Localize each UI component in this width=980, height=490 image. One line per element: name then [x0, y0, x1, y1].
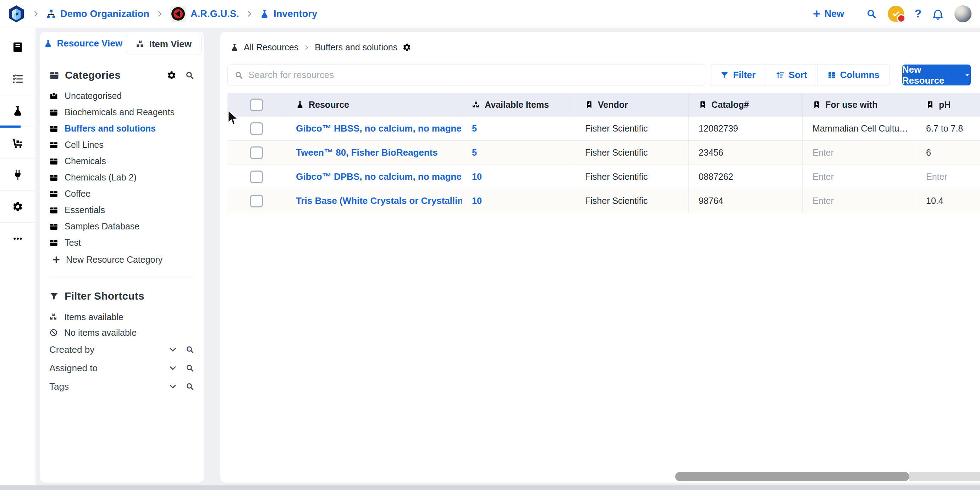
search-icon[interactable]	[866, 8, 877, 19]
search-icon[interactable]	[185, 71, 194, 80]
horizontal-scrollbar-track[interactable]	[909, 472, 980, 481]
vendor-cell[interactable]: Fisher Scientific	[585, 171, 648, 182]
category-item-samples-database[interactable]: Samples Database	[49, 218, 194, 235]
column-header-available-items[interactable]: Available Items	[462, 93, 575, 117]
ph-cell[interactable]: 10.4	[926, 196, 943, 206]
rail-item-more[interactable]	[0, 223, 35, 255]
rail-item-protocols[interactable]	[0, 63, 35, 95]
box-icon	[49, 206, 58, 214]
bottom-strip	[0, 485, 980, 490]
caret-down-icon[interactable]	[964, 71, 971, 79]
catalog-cell[interactable]: 0887262	[698, 171, 733, 182]
chevron-down-icon[interactable]	[168, 382, 177, 391]
breadcrumb-all-resources[interactable]: All Resources	[244, 42, 298, 52]
category-settings-gear-icon[interactable]	[402, 43, 411, 52]
category-item-biochemicals[interactable]: Biochemicals and Reagents	[49, 104, 194, 120]
column-header-catalog[interactable]: Catalog#	[689, 93, 803, 117]
column-header-for-use-with[interactable]: For use with	[803, 93, 916, 117]
resource-search[interactable]	[228, 65, 705, 86]
category-item-coffee[interactable]: Coffee	[49, 186, 194, 202]
filter-group-created-by[interactable]: Created by	[49, 340, 194, 359]
available-items-link[interactable]: 5	[472, 124, 477, 134]
for-use-with-cell[interactable]: Enter	[813, 171, 834, 182]
chevron-down-icon[interactable]	[168, 345, 177, 354]
tab-item-view[interactable]: Item View	[126, 33, 202, 55]
ph-cell[interactable]: 6.7 to 7.8	[926, 124, 963, 134]
filter-group-tags[interactable]: Tags	[49, 377, 194, 396]
resource-link[interactable]: Gibco™ HBSS, no calcium, no magnesi…	[296, 123, 461, 134]
resource-link[interactable]: Tris Base (White Crystals or Crystallin…	[296, 195, 461, 206]
resources-breadcrumb: All Resources Buffers and solutions	[230, 42, 411, 52]
category-item-chemicals-lab2[interactable]: Chemicals (Lab 2)	[49, 169, 194, 186]
available-items-link[interactable]: 5	[472, 147, 477, 158]
catalog-cell[interactable]: 23456	[698, 147, 724, 158]
breadcrumb-separator-icon	[32, 10, 40, 18]
rail-item-supplies[interactable]	[0, 127, 35, 159]
rail-item-settings[interactable]	[0, 191, 35, 223]
available-items-link[interactable]: 10	[472, 196, 482, 206]
resource-link[interactable]: Gibco™ DPBS, no calcium, no magnesi…	[296, 171, 461, 182]
flask-icon	[260, 9, 269, 19]
column-header-vendor[interactable]: Vendor	[575, 93, 689, 117]
filter-button[interactable]: Filter	[710, 65, 766, 85]
app-logo[interactable]	[7, 5, 25, 23]
select-all-checkbox[interactable]	[250, 98, 263, 111]
help-button[interactable]: ?	[915, 8, 921, 20]
category-label: Essentials	[65, 205, 105, 215]
for-use-with-cell[interactable]: Mammalian Cell Cultu…	[813, 124, 908, 134]
available-items-link[interactable]: 10	[472, 171, 482, 182]
row-checkbox[interactable]	[250, 122, 263, 135]
vendor-cell[interactable]: Fisher Scientific	[585, 124, 648, 134]
filter-items-available[interactable]: Items available	[49, 309, 194, 325]
rail-item-integrations[interactable]	[0, 159, 35, 191]
user-avatar[interactable]	[955, 5, 972, 22]
category-label: Samples Database	[65, 221, 140, 232]
breadcrumb-team[interactable]: A.R.G.U.S.	[170, 6, 239, 22]
sort-button[interactable]: Sort	[766, 65, 817, 85]
gear-icon[interactable]	[167, 71, 177, 80]
new-resource-category-button[interactable]: New Resource Category	[49, 251, 194, 268]
box-icon	[49, 140, 58, 149]
boxes-icon	[472, 101, 480, 109]
breadcrumb-organization[interactable]: Demo Organization	[46, 8, 150, 19]
catalog-cell[interactable]: 12082739	[698, 124, 738, 134]
rail-item-journal[interactable]	[0, 31, 35, 63]
category-item-test[interactable]: Test	[49, 235, 194, 251]
ph-cell[interactable]: 6	[926, 147, 931, 158]
columns-button[interactable]: Columns	[817, 65, 889, 85]
tab-resource-view[interactable]: Resource View	[40, 32, 126, 55]
row-checkbox[interactable]	[250, 195, 263, 208]
for-use-with-cell[interactable]: Enter	[813, 147, 834, 158]
category-item-uncategorised[interactable]: Uncategorised	[49, 87, 194, 104]
row-checkbox[interactable]	[250, 146, 263, 159]
search-icon[interactable]	[185, 345, 194, 354]
category-item-essentials[interactable]: Essentials	[49, 202, 194, 218]
catalog-cell[interactable]: 98764	[698, 196, 724, 206]
global-new-button[interactable]: New	[813, 8, 845, 19]
chevron-down-icon[interactable]	[168, 363, 177, 373]
resource-search-input[interactable]	[248, 70, 698, 81]
row-checkbox[interactable]	[250, 171, 263, 183]
category-item-buffers-and-solutions[interactable]: Buffers and solutions	[49, 120, 194, 136]
filter-group-assigned-to[interactable]: Assigned to	[49, 359, 194, 377]
resource-link[interactable]: Tween™ 80, Fisher BioReagents	[296, 147, 438, 158]
tasks-status-badge[interactable]	[888, 6, 904, 22]
column-header-ph[interactable]: pH	[916, 93, 980, 117]
notifications-bell-icon[interactable]	[932, 8, 944, 20]
horizontal-scrollbar-thumb[interactable]	[675, 472, 909, 481]
rail-item-inventory[interactable]	[0, 95, 35, 127]
category-item-chemicals[interactable]: Chemicals	[49, 153, 194, 169]
flask-icon	[296, 101, 304, 109]
new-resource-button[interactable]: New Resource	[902, 65, 971, 86]
app-window: Demo Organization A.R.G.U.S. Inventory N…	[0, 0, 980, 490]
for-use-with-cell[interactable]: Enter	[813, 196, 834, 206]
filter-no-items-available[interactable]: No items available	[49, 325, 194, 340]
breadcrumb-module-inventory[interactable]: Inventory	[260, 8, 317, 19]
search-icon[interactable]	[185, 382, 194, 391]
category-item-cell-lines[interactable]: Cell Lines	[49, 136, 194, 153]
search-icon[interactable]	[185, 363, 194, 373]
vendor-cell[interactable]: Fisher Scientific	[585, 196, 648, 206]
column-header-resource[interactable]: Resource	[286, 93, 462, 117]
vendor-cell[interactable]: Fisher Scientific	[585, 147, 648, 158]
ph-cell[interactable]: Enter	[926, 171, 947, 182]
